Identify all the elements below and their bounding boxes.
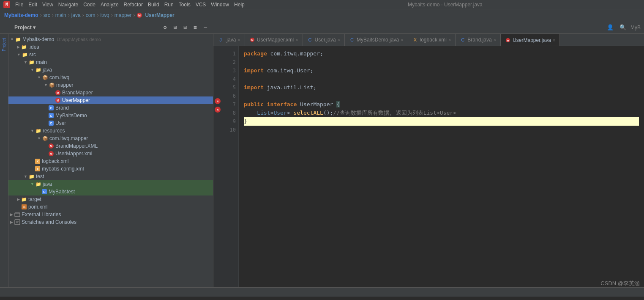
collapse-icon[interactable]: ⊟	[182, 23, 189, 31]
mybatis-icon-usermapper: M	[55, 97, 61, 104]
bc-mapper[interactable]: mapper	[115, 12, 132, 18]
tab-close-brandjava[interactable]: ×	[494, 37, 496, 42]
tab-logback[interactable]: X logback.xml ×	[408, 34, 456, 46]
tab-close-logback[interactable]: ×	[448, 37, 451, 42]
bc-main[interactable]: main	[55, 12, 66, 18]
folder-icon-src: 📁	[22, 51, 28, 58]
tab-java[interactable]: J .java ×	[213, 34, 245, 46]
tree-item-scratches[interactable]: ▶ Scratches and Consoles	[8, 218, 213, 226]
arrow-src: ▼	[17, 52, 21, 57]
menu-navigate[interactable]: Navigate	[58, 2, 78, 8]
svg-text:M: M	[50, 152, 52, 155]
tab-usermapperjava[interactable]: M UserMapper.java ×	[501, 34, 560, 46]
tab-brandjava[interactable]: C Brand.java ×	[456, 34, 501, 46]
menu-build[interactable]: Build	[148, 2, 159, 8]
tree-item-user[interactable]: ▶ C User	[8, 119, 213, 127]
menu-run[interactable]: Run	[164, 2, 174, 8]
tree-item-main[interactable]: ▼ 📁 main	[8, 58, 213, 66]
tab-label-logback: logback.xml	[420, 37, 447, 43]
tab-close-mybaitsdemo[interactable]: ×	[401, 37, 403, 42]
tree-item-brand[interactable]: ▶ C Brand	[8, 104, 213, 112]
gutter-line-7[interactable]: M	[213, 97, 222, 105]
menu-window[interactable]: Window	[211, 2, 229, 8]
bc-com[interactable]: com	[86, 12, 96, 18]
tree-item-ext-libs[interactable]: ▶ External Libraries	[8, 211, 213, 218]
tree-item-comitwq[interactable]: ▼ 📦 com.itwq	[8, 74, 213, 81]
code-line-9: }	[244, 117, 639, 126]
gear-icon[interactable]: ⚙	[162, 23, 169, 31]
menu-analyze[interactable]: Analyze	[101, 2, 119, 8]
menu-help[interactable]: Help	[234, 2, 245, 8]
svg-text:M: M	[139, 14, 141, 17]
tree-item-res-mapper[interactable]: ▼ 📦 com.itwq.mapper	[8, 135, 213, 142]
code-editor[interactable]: M M 1 2 3 4 5 6 7 8	[213, 46, 644, 287]
tree-item-mybaitstest[interactable]: ▶ C MyBaitstest	[8, 188, 213, 195]
bc-usermapper[interactable]: UserMapper	[145, 12, 174, 18]
package-icon-res-mapper: 📦	[42, 135, 49, 142]
svg-text:X: X	[37, 160, 39, 163]
mybatis-icon-brandmapper: M	[55, 89, 61, 96]
tab-close-userjava[interactable]: ×	[338, 37, 340, 42]
tree-item-mybaitsdemo[interactable]: ▶ C MyBaitsDemo	[8, 112, 213, 119]
settings2-icon[interactable]: ≡	[192, 23, 199, 31]
menu-code[interactable]: Code	[83, 2, 96, 8]
project-label: Project ▾	[14, 25, 35, 30]
profile-icon[interactable]: 👤	[605, 23, 615, 31]
mybatis-icon-usermapperxml: M	[48, 150, 55, 157]
run-icon-7[interactable]: M	[215, 98, 221, 104]
tree-item-java[interactable]: ▼ 📁 java	[8, 66, 213, 74]
menu-tools[interactable]: Tools	[179, 2, 191, 8]
tab-mybaitsdemo[interactable]: C MyBaitsDemo.java ×	[345, 34, 408, 46]
code-content[interactable]: package com.itwq.mapper; import com.itwq…	[239, 46, 644, 287]
search-icon[interactable]: 🔍	[618, 23, 628, 31]
tree-item-mybatisconfig[interactable]: ▶ X mybatis-config.xml	[8, 165, 213, 173]
project-vtab[interactable]: Project	[2, 38, 6, 51]
package-icon-comitwq: 📦	[42, 74, 49, 81]
tree-item-mapper[interactable]: ▼ 📦 mapper	[8, 81, 213, 89]
menu-view[interactable]: View	[42, 2, 53, 8]
sep3: ›	[68, 12, 70, 18]
svg-text:M: M	[50, 145, 52, 148]
tree-item-target[interactable]: ▶ 📁 target	[8, 195, 213, 203]
gutter-line-8[interactable]: M	[213, 105, 222, 114]
tab-close-usermapperjava[interactable]: ×	[553, 38, 555, 43]
tree-text-idea: .idea	[28, 44, 39, 50]
tab-close-java[interactable]: ×	[237, 37, 240, 42]
menu-file[interactable]: File	[15, 2, 23, 8]
svg-text:M: M	[57, 99, 59, 102]
vertical-tab-strip: Project	[0, 34, 8, 287]
class-icon-mybaitsdemo: C	[48, 112, 55, 119]
expand-icon[interactable]: ⊞	[172, 23, 179, 31]
tree-item-root[interactable]: ▼ 📁 Mybaits-demo D:\app\Mybaits-demo	[8, 36, 213, 43]
tree-item-usermapper[interactable]: ▶ M UserMapper	[8, 96, 213, 104]
bc-itwq[interactable]: itwq	[100, 12, 109, 18]
bc-src[interactable]: src	[44, 12, 50, 18]
tree-item-pom[interactable]: ▶ m pom.xml	[8, 203, 213, 211]
tree-item-brandmapperxml[interactable]: ▶ M BrandMapper.XML	[8, 142, 213, 150]
bc-java[interactable]: java	[71, 12, 81, 18]
toolbar: Project ▾ ⚙ ⊞ ⊟ ≡ — 👤 🔍 MyB	[0, 21, 644, 34]
menu-edit[interactable]: Edit	[28, 2, 37, 8]
menu-refactor[interactable]: Refactor	[124, 2, 143, 8]
minimize-icon[interactable]: —	[202, 23, 209, 31]
tab-close-usermapperxml[interactable]: ×	[295, 37, 298, 42]
svg-rect-26	[15, 220, 20, 225]
breadcrumb-project[interactable]: Mybaits-demo	[4, 12, 38, 18]
tab-usermapperxml[interactable]: M UserMapper.xml ×	[245, 34, 303, 46]
gutter-line-4	[213, 72, 222, 80]
tab-label-java: .java	[225, 37, 236, 43]
tree-item-brandmapper[interactable]: ▶ M BrandMapper	[8, 89, 213, 96]
tree-item-test-java[interactable]: ▼ 📁 java	[8, 180, 213, 188]
tree-item-resources[interactable]: ▼ 📁 resources	[8, 127, 213, 135]
tree-item-usermapperxml[interactable]: ▶ M UserMapper.xml	[8, 150, 213, 157]
tree-item-test[interactable]: ▼ 📁 test	[8, 173, 213, 180]
folder-icon-resources: 📁	[35, 127, 42, 134]
tree-item-src[interactable]: ▼ 📁 src	[8, 51, 213, 58]
tree-text-comitwq: com.itwq	[49, 74, 69, 80]
menu-vcs[interactable]: VCS	[196, 2, 206, 8]
tree-item-logback[interactable]: ▶ X logback.xml	[8, 157, 213, 165]
run-icon-8[interactable]: M	[215, 107, 221, 113]
tab-userjava[interactable]: C User.java ×	[303, 34, 345, 46]
tree-item-idea[interactable]: ▶ 📁 .idea	[8, 43, 213, 51]
svg-text:C: C	[50, 114, 52, 118]
